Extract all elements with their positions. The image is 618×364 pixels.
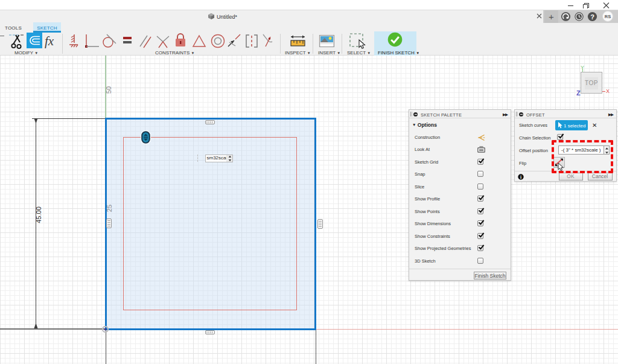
svg-text:i: i <box>520 174 521 180</box>
svg-text:?: ? <box>590 13 594 21</box>
svg-text:fx: fx <box>45 34 54 48</box>
